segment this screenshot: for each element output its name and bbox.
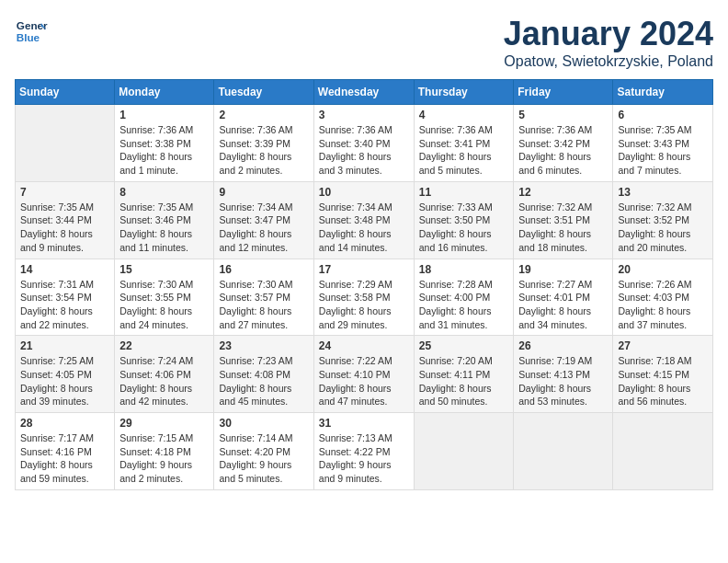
weekday-header-row: SundayMondayTuesdayWednesdayThursdayFrid… — [16, 80, 713, 105]
day-info: Sunrise: 7:35 AMSunset: 3:46 PMDaylight:… — [119, 201, 209, 255]
weekday-header: Monday — [115, 80, 214, 105]
day-number: 5 — [518, 109, 608, 121]
calendar-cell — [514, 413, 613, 490]
title-block: January 2024 Opatow, Swietokrzyskie, Pol… — [504, 15, 713, 70]
day-info: Sunrise: 7:25 AMSunset: 4:05 PMDaylight:… — [20, 354, 109, 408]
day-info: Sunrise: 7:28 AMSunset: 4:00 PMDaylight:… — [419, 278, 509, 332]
day-number: 1 — [119, 109, 209, 121]
calendar-week-row: 7Sunrise: 7:35 AMSunset: 3:44 PMDaylight… — [16, 181, 713, 259]
day-number: 4 — [419, 109, 509, 121]
day-number: 20 — [618, 263, 708, 276]
calendar-cell: 15Sunrise: 7:30 AMSunset: 3:55 PMDayligh… — [115, 259, 214, 336]
month-title: January 2024 — [504, 15, 713, 53]
calendar-cell: 5Sunrise: 7:36 AMSunset: 3:42 PMDaylight… — [514, 105, 613, 182]
day-info: Sunrise: 7:33 AMSunset: 3:50 PMDaylight:… — [419, 201, 509, 255]
calendar-cell: 12Sunrise: 7:32 AMSunset: 3:51 PMDayligh… — [514, 181, 613, 259]
day-info: Sunrise: 7:32 AMSunset: 3:51 PMDaylight:… — [518, 201, 608, 255]
day-number: 19 — [518, 263, 608, 276]
day-info: Sunrise: 7:31 AMSunset: 3:54 PMDaylight:… — [20, 278, 109, 332]
logo-icon: General Blue — [15, 15, 48, 48]
day-number: 3 — [319, 109, 409, 121]
calendar-cell: 20Sunrise: 7:26 AMSunset: 4:03 PMDayligh… — [613, 259, 713, 336]
day-number: 26 — [518, 339, 608, 352]
weekday-header: Thursday — [414, 80, 514, 105]
weekday-header: Saturday — [613, 80, 713, 105]
day-number: 24 — [319, 339, 409, 352]
calendar-cell: 28Sunrise: 7:17 AMSunset: 4:16 PMDayligh… — [16, 413, 115, 490]
calendar-cell: 1Sunrise: 7:36 AMSunset: 3:38 PMDaylight… — [115, 105, 214, 182]
logo: General Blue — [15, 15, 48, 48]
calendar-week-row: 1Sunrise: 7:36 AMSunset: 3:38 PMDaylight… — [16, 105, 713, 182]
calendar-week-row: 14Sunrise: 7:31 AMSunset: 3:54 PMDayligh… — [16, 259, 713, 336]
day-info: Sunrise: 7:15 AMSunset: 4:18 PMDaylight:… — [119, 431, 209, 486]
day-info: Sunrise: 7:32 AMSunset: 3:52 PMDaylight:… — [618, 201, 708, 255]
weekday-header: Tuesday — [214, 80, 313, 105]
calendar-cell: 7Sunrise: 7:35 AMSunset: 3:44 PMDaylight… — [16, 181, 115, 259]
day-number: 13 — [618, 186, 708, 199]
day-info: Sunrise: 7:19 AMSunset: 4:13 PMDaylight:… — [518, 354, 608, 408]
weekday-header: Wednesday — [313, 80, 414, 105]
svg-text:General: General — [17, 19, 48, 31]
calendar-cell — [16, 105, 115, 182]
svg-text:Blue: Blue — [17, 31, 40, 43]
calendar-cell: 21Sunrise: 7:25 AMSunset: 4:05 PMDayligh… — [16, 336, 115, 413]
day-number: 28 — [20, 417, 109, 430]
calendar-cell — [613, 413, 713, 490]
calendar-cell: 19Sunrise: 7:27 AMSunset: 4:01 PMDayligh… — [514, 259, 613, 336]
weekday-header: Sunday — [16, 80, 115, 105]
calendar-cell: 18Sunrise: 7:28 AMSunset: 4:00 PMDayligh… — [414, 259, 514, 336]
day-info: Sunrise: 7:24 AMSunset: 4:06 PMDaylight:… — [119, 354, 209, 408]
calendar-cell: 25Sunrise: 7:20 AMSunset: 4:11 PMDayligh… — [414, 336, 514, 413]
day-info: Sunrise: 7:35 AMSunset: 3:43 PMDaylight:… — [618, 123, 708, 178]
calendar-cell: 2Sunrise: 7:36 AMSunset: 3:39 PMDaylight… — [214, 105, 313, 182]
page-header: General Blue January 2024 Opatow, Swieto… — [15, 15, 713, 70]
day-number: 21 — [20, 339, 109, 352]
day-number: 9 — [219, 186, 308, 199]
calendar-week-row: 21Sunrise: 7:25 AMSunset: 4:05 PMDayligh… — [16, 336, 713, 413]
day-info: Sunrise: 7:18 AMSunset: 4:15 PMDaylight:… — [618, 354, 708, 408]
calendar-cell — [414, 413, 514, 490]
day-info: Sunrise: 7:34 AMSunset: 3:48 PMDaylight:… — [319, 201, 409, 255]
day-info: Sunrise: 7:17 AMSunset: 4:16 PMDaylight:… — [20, 431, 109, 486]
day-number: 16 — [219, 263, 308, 276]
calendar-cell: 17Sunrise: 7:29 AMSunset: 3:58 PMDayligh… — [313, 259, 414, 336]
calendar-cell: 29Sunrise: 7:15 AMSunset: 4:18 PMDayligh… — [115, 413, 214, 490]
calendar-cell: 14Sunrise: 7:31 AMSunset: 3:54 PMDayligh… — [16, 259, 115, 336]
calendar-cell: 27Sunrise: 7:18 AMSunset: 4:15 PMDayligh… — [613, 336, 713, 413]
day-number: 23 — [219, 339, 308, 352]
day-info: Sunrise: 7:36 AMSunset: 3:41 PMDaylight:… — [419, 123, 509, 178]
day-info: Sunrise: 7:13 AMSunset: 4:22 PMDaylight:… — [319, 431, 409, 486]
calendar-cell: 9Sunrise: 7:34 AMSunset: 3:47 PMDaylight… — [214, 181, 313, 259]
day-info: Sunrise: 7:29 AMSunset: 3:58 PMDaylight:… — [319, 278, 409, 332]
day-info: Sunrise: 7:36 AMSunset: 3:40 PMDaylight:… — [319, 123, 409, 178]
day-number: 17 — [319, 263, 409, 276]
calendar-cell: 8Sunrise: 7:35 AMSunset: 3:46 PMDaylight… — [115, 181, 214, 259]
day-info: Sunrise: 7:30 AMSunset: 3:55 PMDaylight:… — [119, 278, 209, 332]
day-number: 8 — [119, 186, 209, 199]
day-info: Sunrise: 7:14 AMSunset: 4:20 PMDaylight:… — [219, 431, 308, 486]
location-title: Opatow, Swietokrzyskie, Poland — [504, 53, 713, 70]
calendar-cell: 3Sunrise: 7:36 AMSunset: 3:40 PMDaylight… — [313, 105, 414, 182]
calendar-table: SundayMondayTuesdayWednesdayThursdayFrid… — [15, 79, 713, 490]
calendar-cell: 23Sunrise: 7:23 AMSunset: 4:08 PMDayligh… — [214, 336, 313, 413]
day-number: 11 — [419, 186, 509, 199]
calendar-cell: 31Sunrise: 7:13 AMSunset: 4:22 PMDayligh… — [313, 413, 414, 490]
day-number: 14 — [20, 263, 109, 276]
day-number: 18 — [419, 263, 509, 276]
day-number: 27 — [618, 339, 708, 352]
day-info: Sunrise: 7:27 AMSunset: 4:01 PMDaylight:… — [518, 278, 608, 332]
day-info: Sunrise: 7:36 AMSunset: 3:38 PMDaylight:… — [119, 123, 209, 178]
day-info: Sunrise: 7:30 AMSunset: 3:57 PMDaylight:… — [219, 278, 308, 332]
day-number: 10 — [319, 186, 409, 199]
day-number: 30 — [219, 417, 308, 430]
calendar-cell: 6Sunrise: 7:35 AMSunset: 3:43 PMDaylight… — [613, 105, 713, 182]
day-info: Sunrise: 7:20 AMSunset: 4:11 PMDaylight:… — [419, 354, 509, 408]
day-info: Sunrise: 7:23 AMSunset: 4:08 PMDaylight:… — [219, 354, 308, 408]
day-number: 25 — [419, 339, 509, 352]
day-info: Sunrise: 7:36 AMSunset: 3:39 PMDaylight:… — [219, 123, 308, 178]
calendar-cell: 26Sunrise: 7:19 AMSunset: 4:13 PMDayligh… — [514, 336, 613, 413]
calendar-week-row: 28Sunrise: 7:17 AMSunset: 4:16 PMDayligh… — [16, 413, 713, 490]
day-info: Sunrise: 7:36 AMSunset: 3:42 PMDaylight:… — [518, 123, 608, 178]
day-number: 7 — [20, 186, 109, 199]
calendar-cell: 16Sunrise: 7:30 AMSunset: 3:57 PMDayligh… — [214, 259, 313, 336]
